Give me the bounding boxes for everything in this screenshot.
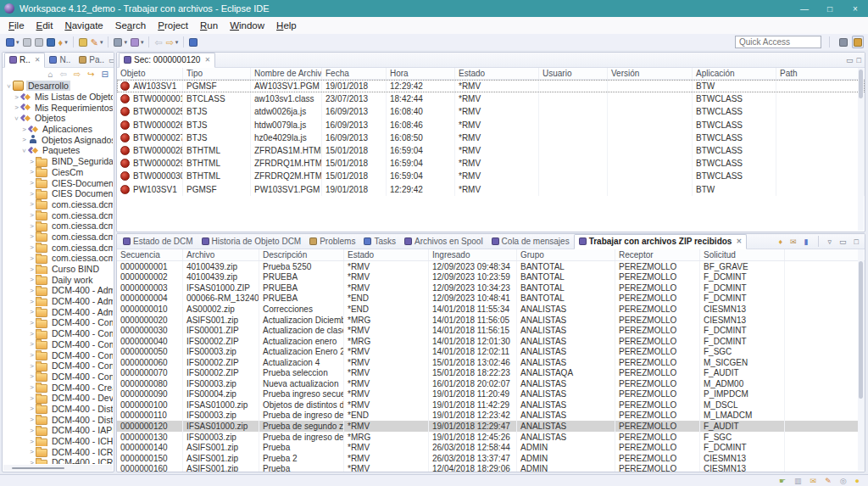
tree-item[interactable]: >Curso BIND (3, 264, 113, 275)
tree-expander-icon[interactable]: > (28, 330, 36, 338)
maximize-panel-button[interactable]: □ (853, 235, 860, 248)
panel-tab-3[interactable]: Tasks (359, 235, 400, 249)
table-row[interactable]: 0000000090IFS00004.zipPrueba ingreso sec… (117, 389, 865, 400)
dropdown-caret-icon[interactable]: ▾ (175, 39, 179, 46)
column-header[interactable]: Grupo (517, 249, 615, 260)
new-wizard-icon[interactable]: ▾ (4, 36, 21, 48)
tree-expander-icon[interactable]: > (28, 200, 36, 208)
forward-history-icon[interactable]: ⇨▾ (164, 36, 181, 48)
column-header[interactable]: Ingresado (429, 249, 517, 260)
column-header[interactable]: Estado (344, 249, 429, 260)
tree-expander-icon[interactable]: > (28, 372, 36, 380)
back-history-icon[interactable]: ⇦ (153, 36, 164, 48)
editor-tab[interactable]: Sec: 0000000120✕ (119, 53, 215, 68)
minimize-editor-button[interactable]: ▭ (846, 56, 854, 64)
tree-expander-icon[interactable]: > (20, 126, 28, 133)
tree-expander-icon[interactable]: > (28, 190, 36, 198)
tree-expander-icon[interactable]: > (28, 362, 36, 370)
close-tab-icon[interactable]: ✕ (35, 56, 41, 64)
database-icon[interactable]: ▮ (803, 235, 810, 248)
tree-expander-icon[interactable]: > (28, 298, 36, 305)
view-tab-1[interactable]: N.. (45, 53, 75, 67)
tree-expander-icon[interactable]: > (13, 115, 20, 122)
column-header[interactable]: Usuario (539, 68, 608, 79)
column-header[interactable]: Nombre de Archivo (251, 68, 322, 79)
scrollbar-thumb[interactable] (859, 261, 863, 399)
tree-item[interactable]: >DCM-400 - Distrib (3, 404, 113, 415)
tree-expander-icon[interactable]: > (28, 179, 36, 187)
tree-item[interactable]: >com.ciessa.dcm.es (3, 232, 113, 243)
tree-item[interactable]: >DCM-400 - Contro (3, 371, 113, 383)
tree-expander-icon[interactable]: > (28, 448, 36, 455)
tree-item[interactable]: >DCM-400 - Distrib (3, 414, 113, 425)
tree-expander-icon[interactable]: > (28, 158, 36, 165)
open-catalog-icon[interactable] (77, 36, 89, 48)
table-row[interactable]: 0000000130IFS00003.zipPrueba de ingreso … (117, 432, 865, 443)
panel-tab-6[interactable]: Trabajar con archivos ZIP recibidos✕ (574, 234, 747, 249)
back-arrow-icon[interactable]: ⇦ (58, 69, 68, 81)
tree-expander-icon[interactable]: > (28, 308, 36, 316)
panel-tab-4[interactable]: Archivos en Spool (400, 235, 487, 249)
tree-expander-icon[interactable]: > (28, 265, 36, 273)
tree-expander-icon[interactable]: > (28, 383, 36, 391)
close-button[interactable]: × (843, 0, 868, 17)
column-header[interactable]: Receptor (615, 249, 700, 260)
tree-item[interactable]: >DCM-400 - Coma (3, 328, 113, 339)
table-row[interactable]: 0000000050IFS00003.zipActualizacion Ener… (117, 346, 865, 357)
collapse-all-icon[interactable]: ⊟ (100, 69, 110, 81)
tree-item[interactable]: >CIES Documentos (3, 188, 113, 199)
tree-item[interactable]: >DCM-400 - Coma (3, 317, 113, 328)
tree-item[interactable]: >DCM-400 - Admin (3, 306, 113, 317)
tree-item[interactable]: >Daily work (3, 274, 113, 285)
column-header[interactable]: Estado (455, 68, 539, 79)
tree-expander-icon[interactable]: > (28, 168, 36, 176)
tree-item[interactable]: >DCM-400 - ICRTA (3, 446, 113, 457)
tree-item[interactable]: >com.ciessa.dcm.co (3, 199, 113, 210)
tree-horizontal-scrollbar[interactable] (3, 465, 113, 471)
tree-item[interactable]: >DCM-400 - Admin (3, 296, 113, 307)
maximize-editor-button[interactable]: □ (857, 56, 861, 64)
table-row[interactable]: 000000000140100439.zipPrueba 5250*RMV12/… (117, 261, 865, 272)
table-row[interactable]: BTW0000026BTJShtdw0079la.js16/09/201316:… (117, 119, 865, 131)
tree-expander-icon[interactable]: > (28, 287, 36, 294)
column-header[interactable]: Solicitud (700, 249, 785, 260)
save-all-icon[interactable] (33, 36, 45, 48)
tree-item[interactable]: >Desarrollo (3, 81, 113, 92)
table-row[interactable]: 0000000060IFS00002.ZIPActualizacion 4*RM… (117, 357, 865, 368)
tree-expander-icon[interactable]: > (13, 103, 20, 111)
menu-window[interactable]: Window (224, 19, 270, 32)
menu-search[interactable]: Search (109, 19, 152, 32)
table-row[interactable]: 0000000020ASIFS001.zipActualizacion Dici… (117, 315, 865, 326)
tree-expander-icon[interactable]: > (20, 147, 28, 154)
editor-vertical-scrollbar[interactable] (858, 68, 864, 231)
tree-expander-icon[interactable]: > (5, 82, 13, 90)
tree-item[interactable]: >CIES-Documentos (3, 177, 113, 188)
table-row[interactable]: BTW0000027BTJShz0e4029la.js16/09/201316:… (117, 131, 865, 144)
tree-expander-icon[interactable]: > (28, 222, 36, 230)
tree-item[interactable]: >DCM-400 - Devel (3, 393, 113, 404)
menu-file[interactable]: File (3, 19, 31, 32)
column-header[interactable]: Secuencia (117, 249, 183, 260)
tree-item[interactable]: >com.ciessa.ocm.co (3, 253, 113, 264)
menu-project[interactable]: Project (152, 19, 194, 32)
tree-expander-icon[interactable]: > (28, 211, 36, 219)
table-row[interactable]: 0000000160ASIFS001.zipPrueba*RMV12/04/20… (117, 463, 865, 472)
scrollbar-thumb[interactable] (12, 467, 64, 470)
tree-expander-icon[interactable]: > (28, 416, 36, 423)
tree-expander-icon[interactable]: > (20, 136, 28, 143)
tree-item[interactable]: >CiesCm (3, 167, 113, 178)
column-header[interactable]: Objeto (117, 68, 183, 79)
table-row[interactable]: 0000000140ASIFS001.zipPrueba*RMV26/03/20… (117, 442, 865, 453)
column-header[interactable]: Hora (387, 68, 455, 79)
minimize-view-button[interactable]: ▭ (108, 56, 114, 64)
table-row[interactable]: BTW0000025BTJSatdw0026ja.js16/09/201316:… (117, 105, 865, 118)
save-icon[interactable] (21, 36, 33, 48)
scrollbar-thumb[interactable] (859, 70, 863, 98)
table-row[interactable]: 0000000080IFS00003.zipNueva actualizacio… (117, 378, 865, 389)
tree-item[interactable]: >DCM-400 - Coma (3, 349, 113, 360)
maximize-button[interactable]: □ (817, 0, 843, 17)
table-row[interactable]: 0000000010AS00002.zipCorrecciones*END14/… (117, 304, 865, 315)
key-icon[interactable]: ♦ (776, 235, 784, 248)
column-header[interactable]: Tipo (183, 68, 251, 79)
new-type-icon[interactable]: ▾ (112, 36, 129, 48)
